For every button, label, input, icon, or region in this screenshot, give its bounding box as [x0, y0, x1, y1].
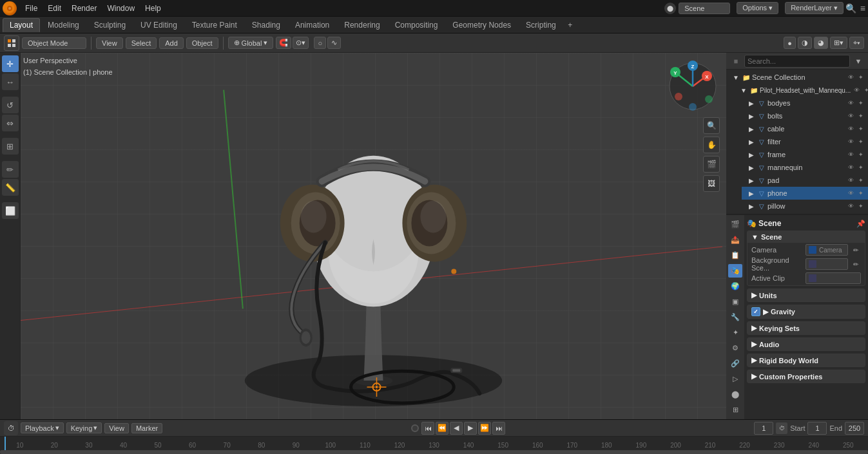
phone-sel[interactable]: ✦	[856, 189, 865, 198]
prop-tab-modifier[interactable]: 🔧	[728, 310, 742, 324]
mode-icon[interactable]	[4, 35, 19, 51]
current-frame-input[interactable]	[754, 422, 773, 435]
prop-tab-output[interactable]: 📤	[728, 233, 742, 247]
options-btn[interactable]: Options ▾	[737, 2, 778, 14]
mannequin-vis[interactable]: 👁	[846, 163, 855, 172]
viewport-shading-material[interactable]: ◑	[798, 37, 812, 49]
pillow-sel[interactable]: ✦	[856, 202, 865, 211]
mannequin-sel[interactable]: ✦	[856, 163, 865, 172]
cable-vis[interactable]: 👁	[846, 124, 855, 133]
outliner-item-bolts[interactable]: ▶ ▽ bolts 👁 ✦	[742, 109, 868, 122]
play-fast-btn[interactable]: ⏩	[478, 422, 491, 435]
prop-tab-physics[interactable]: ⚙	[728, 341, 742, 355]
camera-value-btn[interactable]: Camera	[805, 244, 848, 256]
scene-selector[interactable]: Global Scene	[679, 3, 730, 14]
menu-render[interactable]: Render	[67, 3, 101, 14]
cable-sel[interactable]: ✦	[856, 124, 865, 133]
gravity-checkbox[interactable]: ✓	[751, 307, 760, 316]
visibility-btn[interactable]: 👁	[852, 86, 861, 95]
outliner-filter-icon[interactable]: ▼	[851, 54, 865, 68]
scene-section-header[interactable]: ▼ Scene	[747, 231, 865, 243]
outliner-item-pad[interactable]: ▶ ▽ pad 👁 ✦	[742, 174, 868, 187]
filter-sel[interactable]: ✦	[856, 137, 865, 146]
add-cube-tool[interactable]: ⬜	[2, 202, 19, 219]
measure-tool[interactable]: 📏	[2, 179, 19, 196]
prop-tab-constraints[interactable]: 🔗	[728, 357, 742, 370]
viewport-camera-icon[interactable]: 🎬	[703, 156, 720, 173]
bolts-sel[interactable]: ✦	[856, 111, 865, 120]
timeline-scrollbar[interactable]	[0, 450, 868, 454]
pillow-vis[interactable]: 👁	[846, 202, 855, 211]
keying-menu[interactable]: Keying ▾	[66, 422, 102, 433]
play-dot[interactable]	[411, 424, 419, 432]
move-tool[interactable]: ↔	[2, 73, 19, 90]
timeline-track[interactable]: 10 20 30 40 50 60 70 80 90 100 110 120 1…	[0, 437, 868, 454]
transform-global[interactable]: ⊕ Global▾	[228, 37, 274, 49]
prop-tab-material[interactable]: ⬤	[728, 388, 742, 401]
custom-props-header[interactable]: ▶ Custom Properties	[747, 370, 865, 383]
jump-prev-btn[interactable]: ⏪	[436, 422, 448, 435]
tab-uv-editing[interactable]: UV Editing	[133, 18, 184, 32]
prop-tab-world[interactable]: 🌍	[728, 279, 742, 293]
time-icon[interactable]: ⏱	[776, 422, 787, 434]
menu-file[interactable]: File	[21, 3, 42, 14]
outliner-item-frame[interactable]: ▶ ▽ frame 👁 ✦	[742, 148, 868, 161]
outliner-item-root[interactable]: ▼ 📁 Scene Collection 👁 ✦	[726, 71, 868, 84]
tab-sculpting[interactable]: Sculpting	[87, 18, 133, 32]
select-menu[interactable]: Select	[126, 37, 157, 49]
outliner-item-bodyes[interactable]: ▶ ▽ bodyes 👁 ✦	[742, 97, 868, 109]
frame-sel[interactable]: ✦	[856, 150, 865, 159]
tab-geometry-nodes[interactable]: Geometry Nodes	[445, 18, 518, 32]
timeline-menu-icon[interactable]: ⏱	[4, 421, 18, 435]
item-sel-btn[interactable]: ✦	[856, 99, 865, 108]
gravity-section-header[interactable]: ✓ ▶ Gravity	[747, 305, 865, 318]
active-clip-btn[interactable]	[805, 272, 861, 284]
viewport-scene[interactable]: User Perspective (1) Scene Collection | …	[21, 53, 726, 419]
start-frame-input[interactable]	[807, 422, 827, 435]
outliner-menu-icon[interactable]: ≡	[729, 54, 743, 68]
viewport-zoom-icon[interactable]: 🔍	[703, 117, 720, 134]
pivot-btn[interactable]: ⊙▾	[293, 37, 309, 49]
tab-modeling[interactable]: Modeling	[41, 18, 86, 32]
tab-layout[interactable]: Layout	[3, 18, 40, 32]
play-reverse-btn[interactable]: ◀	[450, 422, 463, 435]
props-pin-icon[interactable]: 📌	[856, 220, 865, 228]
render-layer-selector[interactable]: RenderLayer ▾	[785, 2, 844, 14]
prop-tab-scene[interactable]: 🎭	[728, 264, 742, 278]
tab-texture-paint[interactable]: Texture Paint	[185, 18, 244, 32]
object-menu[interactable]: Object	[186, 37, 218, 49]
tab-animation[interactable]: Animation	[288, 18, 336, 32]
select-btn[interactable]: ✦	[862, 86, 868, 95]
mode-selector[interactable]: Object Mode	[22, 37, 86, 49]
navigation-gizmo[interactable]: X Y Z	[667, 61, 719, 112]
outliner-visibility-icon[interactable]: 👁	[846, 73, 855, 82]
tab-rendering[interactable]: Rendering	[337, 18, 387, 32]
view-menu[interactable]: View	[96, 37, 123, 49]
timeline-scrollbar-thumb[interactable]	[0, 450, 868, 454]
annotate-tool[interactable]: ✏	[2, 161, 19, 178]
add-workspace-tab[interactable]: +	[564, 19, 577, 32]
outliner-select-icon[interactable]: ✦	[856, 73, 865, 82]
prop-tab-render[interactable]: 🎬	[728, 218, 742, 231]
snap-btn[interactable]: 🧲	[276, 37, 291, 49]
jump-end-btn[interactable]: ⏭	[492, 422, 505, 435]
prop-tab-data[interactable]: ▷	[728, 372, 742, 386]
prop-tab-object[interactable]: ▣	[728, 295, 742, 308]
keying-section-header[interactable]: ▶ Keying Sets	[747, 322, 865, 334]
menu-help[interactable]: Help	[140, 3, 166, 14]
scale-tool[interactable]: ⇔	[2, 115, 19, 131]
item-vis-btn[interactable]: 👁	[846, 99, 855, 108]
filter-vis[interactable]: 👁	[846, 137, 855, 146]
pad-vis[interactable]: 👁	[846, 176, 855, 185]
camera-edit-icon[interactable]: ✏	[851, 245, 861, 255]
prop-tab-texture[interactable]: ⊞	[728, 403, 742, 417]
viewport-pan-icon[interactable]: ✋	[703, 137, 720, 153]
viewport-overlay-btn[interactable]: ⊞▾	[830, 37, 847, 49]
viewport-shading-rendered[interactable]: ◕	[814, 37, 828, 49]
outliner-item-filter[interactable]: ▶ ▽ filter 👁 ✦	[742, 135, 868, 148]
menu-window[interactable]: Window	[102, 3, 139, 14]
bolts-vis[interactable]: 👁	[846, 111, 855, 120]
menu-edit[interactable]: Edit	[43, 3, 66, 14]
outliner-item-pillow[interactable]: ▶ ▽ pillow 👁 ✦	[742, 200, 868, 213]
bg-scene-edit[interactable]: ✏	[851, 259, 861, 269]
